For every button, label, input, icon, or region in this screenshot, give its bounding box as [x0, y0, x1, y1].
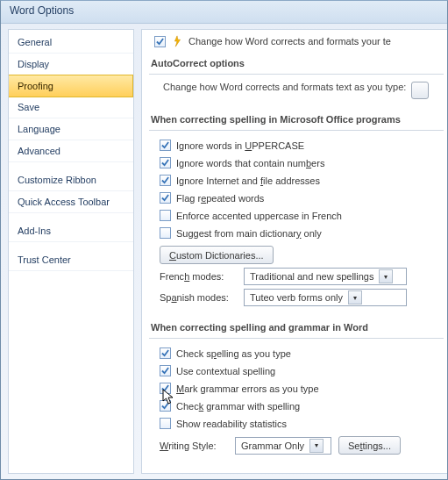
flag-repeated-checkbox[interactable]	[160, 192, 171, 204]
mark-grammar-checkbox[interactable]	[160, 383, 171, 394]
sidebar-item-customize-ribbon[interactable]: Customize Ribbon	[9, 169, 133, 191]
ignore-internet-checkbox[interactable]	[160, 175, 171, 186]
sidebar-item-add-ins[interactable]: Add-Ins	[9, 220, 133, 242]
mark-grammar-label[interactable]: Mark grammar errors as you type	[176, 383, 319, 394]
chevron-down-icon: ▾	[348, 290, 362, 304]
suggest-main-dict-label[interactable]: Suggest from main dictionary only	[176, 228, 322, 239]
writing-style-select[interactable]: Grammar Only ▾	[235, 437, 331, 455]
sidebar-item-advanced[interactable]: Advanced	[9, 140, 133, 162]
chevron-down-icon: ▾	[379, 269, 393, 283]
check-grammar-spelling-label[interactable]: Check grammar with spelling	[176, 401, 300, 412]
settings-button[interactable]: Settings...	[338, 436, 401, 455]
check-spelling-type-label[interactable]: Check spelling as you type	[176, 348, 291, 359]
ignore-internet-label[interactable]: Ignore Internet and file addresses	[176, 176, 320, 186]
ignore-numbers-checkbox[interactable]	[160, 157, 171, 168]
sidebar-item-display[interactable]: Display	[9, 54, 133, 75]
sidebar-item-save[interactable]: Save	[9, 97, 133, 118]
autocorrect-options-button[interactable]	[411, 82, 429, 99]
content-panel: Change how Word corrects and formats you…	[141, 29, 447, 474]
intro-text: Change how Word corrects and formats you…	[188, 36, 391, 47]
sidebar-item-language[interactable]: Language	[9, 118, 133, 140]
ignore-uppercase-checkbox[interactable]	[160, 140, 171, 151]
office-spelling-heading: When correcting spelling in Microsoft Of…	[149, 111, 444, 131]
check-spelling-type-checkbox[interactable]	[160, 347, 171, 359]
autocorrect-heading: AutoCorrect options	[149, 54, 444, 75]
office-spelling-body: Ignore words in UPPERCASE Ignore words t…	[149, 138, 444, 319]
contextual-spelling-label[interactable]: Use contextual spelling	[176, 366, 275, 376]
french-modes-select[interactable]: Traditional and new spellings ▾	[244, 268, 407, 285]
suggest-main-dict-checkbox[interactable]	[160, 227, 171, 239]
abc-lightning-icon	[171, 35, 183, 47]
check-grammar-spelling-checkbox[interactable]	[160, 400, 171, 412]
enforce-accented-checkbox[interactable]	[160, 210, 171, 221]
ignore-uppercase-label[interactable]: Ignore words in UPPERCASE	[176, 140, 304, 151]
sidebar-item-proofing[interactable]: Proofing	[9, 75, 133, 97]
autocorrect-desc: Change how Word corrects and formats tex…	[163, 82, 406, 92]
sidebar-item-general[interactable]: General	[9, 32, 133, 54]
readability-label[interactable]: Show readability statistics	[176, 419, 287, 429]
intro-row: Change how Word corrects and formats you…	[149, 35, 444, 47]
sidebar-item-trust-center[interactable]: Trust Center	[9, 249, 133, 271]
dialog-body: General Display Proofing Save Language A…	[1, 24, 447, 479]
writing-style-label: Writing Style:	[160, 441, 228, 451]
word-spelling-body: Check spelling as you type Use contextua…	[149, 346, 444, 467]
category-sidebar: General Display Proofing Save Language A…	[8, 29, 134, 474]
word-options-window: Word Options General Display Proofing Sa…	[0, 0, 448, 480]
spanish-modes-label: Spanish modes:	[160, 292, 237, 303]
french-modes-label: French modes:	[160, 271, 237, 282]
window-title: Word Options	[10, 4, 74, 17]
ignore-numbers-label[interactable]: Ignore words that contain numbers	[176, 158, 324, 168]
titlebar: Word Options	[1, 1, 447, 24]
autocorrect-body: Change how Word corrects and formats tex…	[149, 82, 444, 111]
spanish-modes-select[interactable]: Tuteo verb forms only ▾	[244, 289, 407, 306]
enforce-accented-label[interactable]: Enforce accented uppercase in French	[176, 211, 342, 221]
contextual-spelling-checkbox[interactable]	[160, 365, 171, 376]
intro-checkbox[interactable]	[154, 36, 166, 47]
sidebar-item-quick-access-toolbar[interactable]: Quick Access Toolbar	[9, 191, 133, 213]
custom-dictionaries-button[interactable]: Custom Dictionaries...	[160, 246, 274, 264]
word-spelling-heading: When correcting spelling and grammar in …	[149, 319, 444, 339]
flag-repeated-label[interactable]: Flag repeated words	[176, 193, 264, 204]
chevron-down-icon: ▾	[309, 439, 324, 453]
readability-checkbox[interactable]	[160, 418, 171, 429]
